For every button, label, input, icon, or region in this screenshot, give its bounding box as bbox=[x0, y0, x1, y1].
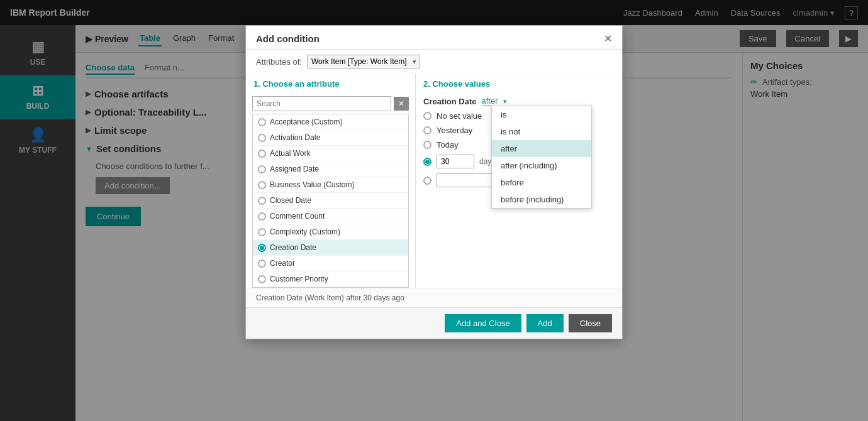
search-clear-button[interactable]: ✕ bbox=[394, 97, 409, 111]
dialog-body: 1. Choose an attribute ✕ Acceptance (Cus… bbox=[246, 74, 622, 288]
dialog-header: Add condition ✕ bbox=[246, 26, 622, 50]
attr-label-acceptance: Acceptance (Custom) bbox=[270, 118, 342, 126]
summary-text: Creation Date (Work Item) after 30 days … bbox=[256, 293, 404, 302]
attr-radio-customer-priority bbox=[258, 275, 266, 283]
dropdown-before[interactable]: before bbox=[492, 174, 591, 191]
days-ago-input[interactable] bbox=[437, 155, 474, 168]
v-label-today: Today bbox=[437, 140, 459, 150]
close-button[interactable]: Close bbox=[569, 314, 612, 332]
dropdown-before-including[interactable]: before (including) bbox=[492, 191, 591, 208]
attr-radio-acceptance bbox=[258, 118, 266, 126]
dialog-footer: Add and Close Add Close bbox=[246, 307, 622, 339]
summary-row: Creation Date (Work Item) after 30 days … bbox=[246, 288, 622, 307]
dropdown-arrow: ▾ bbox=[503, 97, 507, 106]
attr-item-business-value[interactable]: Business Value (Custom) bbox=[253, 177, 408, 193]
attributes-select[interactable]: Work Item [Type: Work Item] bbox=[307, 55, 420, 68]
attr-radio-complexity bbox=[258, 228, 266, 236]
attr-label-closed-date: Closed Date bbox=[270, 196, 311, 205]
search-row: ✕ bbox=[246, 94, 415, 114]
v-radio-custom bbox=[423, 177, 431, 185]
attr-radio-assigned-date bbox=[258, 165, 266, 173]
attr-item-acceptance[interactable]: Acceptance (Custom) bbox=[253, 114, 408, 130]
add-condition-dialog: Add condition ✕ Attributes of: Work Item… bbox=[245, 25, 623, 339]
attr-label-complexity: Complexity (Custom) bbox=[270, 227, 340, 236]
search-input[interactable] bbox=[252, 96, 391, 111]
attr-radio-actual-work bbox=[258, 150, 266, 158]
attributes-select-wrapper: Work Item [Type: Work Item] bbox=[307, 55, 420, 68]
attr-item-creator[interactable]: Creator bbox=[253, 256, 408, 271]
add-and-close-button[interactable]: Add and Close bbox=[445, 314, 521, 332]
section1-title: 1. Choose an attribute bbox=[246, 74, 415, 94]
attr-radio-business-value bbox=[258, 181, 266, 189]
v-radio-no-set bbox=[423, 112, 431, 120]
attr-radio-creation-date bbox=[258, 244, 266, 252]
attr-item-assigned-date[interactable]: Assigned Date bbox=[253, 161, 408, 177]
attr-label-actual-work: Actual Work bbox=[270, 149, 310, 158]
dropdown-is-not[interactable]: is not bbox=[492, 123, 591, 140]
attr-radio-creator bbox=[258, 260, 266, 268]
v-radio-today bbox=[423, 141, 431, 149]
attribute-chooser: 1. Choose an attribute ✕ Acceptance (Cus… bbox=[246, 74, 416, 288]
attr-item-comment-count[interactable]: Comment Count bbox=[253, 209, 408, 224]
condition-operator-link[interactable]: after bbox=[482, 96, 498, 106]
attribute-list: Acceptance (Custom) Activation Date Actu… bbox=[252, 114, 409, 288]
value-chooser: 2. Choose values Creation Date after ▾ i… bbox=[416, 74, 622, 288]
attr-item-complexity[interactable]: Complexity (Custom) bbox=[253, 224, 408, 240]
dialog-title: Add condition bbox=[256, 33, 320, 44]
condition-dropdown: is is not after after (including) before… bbox=[491, 106, 592, 209]
dialog-attributes-row: Attributes of: Work Item [Type: Work Ite… bbox=[246, 50, 622, 74]
dropdown-is[interactable]: is bbox=[492, 106, 591, 123]
attributes-of-label: Attributes of: bbox=[256, 57, 302, 67]
section2-title: 2. Choose values bbox=[416, 74, 622, 94]
attr-item-customer-priority[interactable]: Customer Priority bbox=[253, 271, 408, 287]
attr-item-actual-work[interactable]: Actual Work bbox=[253, 146, 408, 161]
attr-item-creation-date[interactable]: Creation Date bbox=[253, 240, 408, 256]
attr-label-comment-count: Comment Count bbox=[270, 212, 325, 221]
v-radio-yesterday bbox=[423, 126, 431, 134]
add-button[interactable]: Add bbox=[526, 314, 564, 332]
v-radio-days-ago bbox=[423, 158, 431, 166]
attr-label-activation-date: Activation Date bbox=[270, 133, 321, 142]
attr-item-activation-date[interactable]: Activation Date bbox=[253, 130, 408, 146]
selected-attr-name: Creation Date bbox=[423, 97, 477, 106]
attr-label-creator: Creator bbox=[270, 259, 295, 268]
attr-radio-closed-date bbox=[258, 197, 266, 205]
attr-radio-comment-count bbox=[258, 212, 266, 221]
custom-input[interactable] bbox=[437, 173, 499, 187]
attr-label-creation-date: Creation Date bbox=[270, 243, 316, 252]
v-label-no-set: No set value bbox=[437, 111, 482, 121]
v-label-yesterday: Yesterday bbox=[437, 126, 472, 135]
attr-label-customer-priority: Customer Priority bbox=[270, 275, 328, 283]
attr-label-business-value: Business Value (Custom) bbox=[270, 180, 355, 189]
dialog-overlay: Add condition ✕ Attributes of: Work Item… bbox=[0, 0, 868, 421]
dropdown-after[interactable]: after bbox=[492, 140, 591, 157]
dialog-close-button[interactable]: ✕ bbox=[604, 34, 612, 44]
dropdown-after-including[interactable]: after (including) bbox=[492, 157, 591, 174]
attr-radio-activation-date bbox=[258, 134, 266, 142]
attr-item-closed-date[interactable]: Closed Date bbox=[253, 193, 408, 209]
attr-label-assigned-date: Assigned Date bbox=[270, 165, 319, 173]
